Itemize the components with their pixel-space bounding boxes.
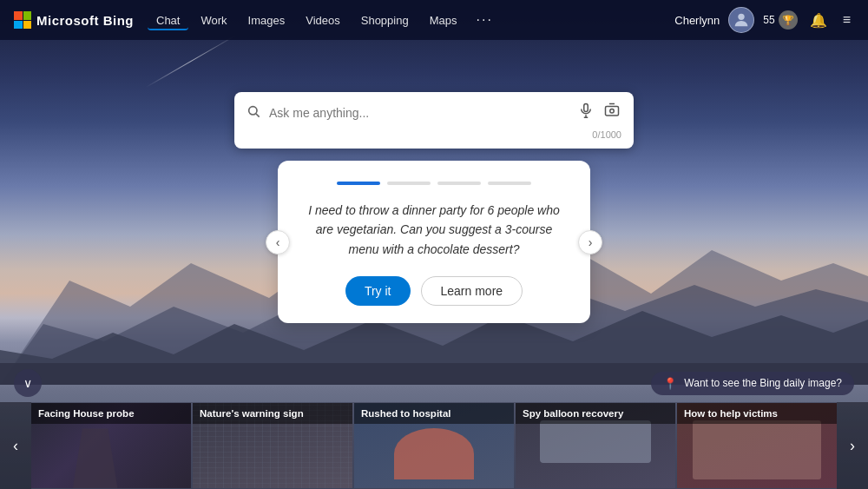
nav-shopping[interactable]: Shopping [352,10,418,30]
news-cards: Facing House probe Nature's warning sign… [31,403,837,488]
scroll-down-button[interactable]: ∨ [14,369,42,397]
reward-icon: 🏆 [779,10,798,30]
bing-image-label: Want to see the Bing daily image? [684,377,842,389]
svg-line-6 [256,114,260,117]
char-count: 0/1000 [247,129,621,140]
reward-badge[interactable]: 55 🏆 [763,10,797,30]
notification-icon[interactable]: 🔔 [806,9,831,32]
microphone-button[interactable] [576,101,595,124]
svg-rect-10 [606,107,619,116]
svg-point-4 [739,14,745,20]
card-next-arrow[interactable]: › [578,230,602,254]
news-card-4[interactable]: Spy balloon recovery [516,403,675,488]
card-buttons: Try it Learn more [302,276,566,306]
bottom-section: ∨ 📍 Want to see the Bing daily image? ‹ … [0,364,868,489]
news-card-1-label: Facing House probe [31,403,191,424]
search-actions [576,101,621,124]
microsoft-logo-icon [14,11,31,29]
nav-chat[interactable]: Chat [148,10,188,30]
news-next-button[interactable]: › [837,402,868,489]
news-card-3[interactable]: Rushed to hospital [354,403,514,488]
learn-more-button[interactable]: Learn more [421,276,523,306]
news-strip: ‹ Facing House probe Nature's warning si… [0,402,868,489]
avatar[interactable] [728,7,754,33]
dot-4[interactable] [488,182,531,185]
prompt-text: I need to throw a dinner party for 6 peo… [302,201,566,259]
logo-text: Microsoft Bing [36,13,134,28]
nav-images[interactable]: Images [240,10,294,30]
search-container: 0/1000 I need to throw a dinner party fo… [0,92,868,323]
menu-icon[interactable]: ≡ [839,9,854,31]
navbar: Microsoft Bing Chat Work Images Videos S… [0,0,868,40]
reward-count: 55 [763,14,774,26]
news-card-5-label: How to help victims [677,403,837,424]
svg-rect-7 [584,104,589,112]
news-card-5[interactable]: How to help victims [677,403,837,488]
nav-videos[interactable]: Videos [297,10,349,30]
dot-1[interactable] [337,182,380,185]
news-card-2-label: Nature's warning sign [193,403,352,424]
nav-more-button[interactable]: ··· [469,9,499,31]
camera-search-button[interactable] [602,101,621,124]
user-section: Cherlynn 55 🏆 🔔 ≡ [674,7,854,33]
news-prev-button[interactable]: ‹ [0,402,31,489]
logo[interactable]: Microsoft Bing [14,11,134,29]
try-it-button[interactable]: Try it [345,276,411,306]
user-name: Cherlynn [674,14,720,27]
news-card-4-label: Spy balloon recovery [516,403,675,424]
search-icon [247,104,260,122]
news-card-1[interactable]: Facing House probe [31,403,191,488]
prompt-card: I need to throw a dinner party for 6 peo… [278,161,590,323]
location-icon: 📍 [663,377,677,390]
nav-maps[interactable]: Maps [421,10,466,30]
bing-daily-image-button[interactable]: 📍 Want to see the Bing daily image? [651,372,854,395]
nav-work[interactable]: Work [192,10,235,30]
dot-3[interactable] [437,182,481,185]
progress-dots [302,182,566,185]
news-card-2[interactable]: Nature's warning sign [193,403,352,488]
card-prev-arrow[interactable]: ‹ [266,230,290,254]
bottom-controls: ∨ 📍 Want to see the Bing daily image? [0,364,868,402]
search-box: 0/1000 [234,92,634,149]
search-input[interactable] [269,106,568,120]
news-card-3-label: Rushed to hospital [354,403,514,424]
svg-point-5 [249,106,257,114]
dot-2[interactable] [387,182,431,185]
svg-point-11 [610,109,615,114]
